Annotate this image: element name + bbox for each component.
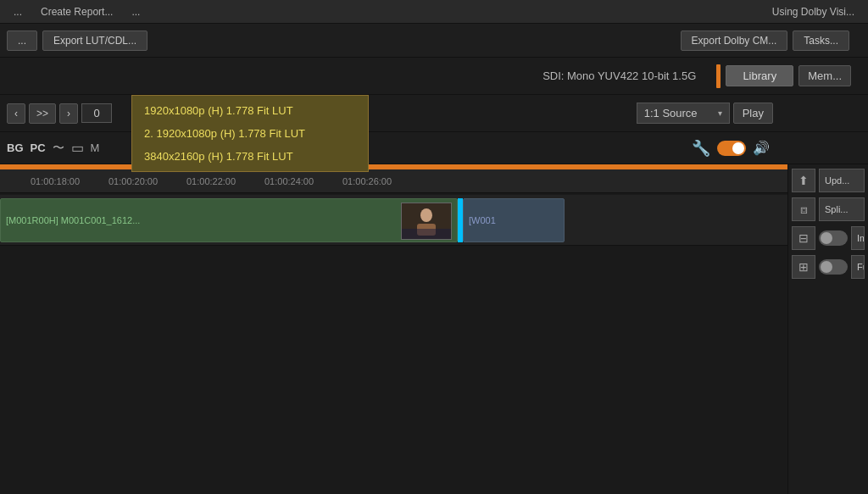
svg-point-2 bbox=[420, 208, 432, 222]
time-marker-2: 01:00:20:00 bbox=[108, 176, 158, 186]
track-clip-2-label: [W001 bbox=[469, 215, 496, 225]
source-select-label: 1:1 Source bbox=[644, 107, 698, 119]
rpanel-row-4: ⊞ Full... bbox=[792, 254, 865, 280]
upload-icon[interactable]: ⬆ bbox=[792, 169, 815, 192]
split-button[interactable]: Spli... bbox=[819, 197, 865, 221]
frame-number: 0 bbox=[81, 103, 112, 123]
tasks-button[interactable]: Tasks... bbox=[793, 31, 849, 51]
export-lut-button[interactable]: Export LUT/CDL... bbox=[42, 31, 147, 51]
bg-label: BG bbox=[7, 142, 24, 154]
sdi-toolbar: SDI: Mono YUV422 10-bit 1.5G Library Mem… bbox=[0, 58, 868, 95]
export-dolby-button[interactable]: Export Dolby CM... bbox=[681, 31, 788, 51]
time-marker-4: 01:00:24:00 bbox=[264, 176, 314, 186]
ellipsis-button[interactable]: ... bbox=[7, 31, 37, 51]
orange-bar bbox=[716, 64, 721, 88]
menu-item-ellipsis[interactable]: ... bbox=[7, 4, 29, 19]
timeline-tracks: [M001R00H] M001C001_1612... bbox=[0, 193, 868, 247]
pc-label: PC bbox=[31, 142, 46, 154]
waveform-icon[interactable]: 〜 bbox=[53, 141, 64, 156]
full-button[interactable]: Full... bbox=[851, 255, 865, 279]
time-marker-3: 01:00:22:00 bbox=[186, 176, 236, 186]
menu-item-ellipsis2[interactable]: ... bbox=[125, 4, 147, 19]
speaker-icon[interactable]: 🔊 bbox=[753, 140, 770, 156]
timeline-header: 01:00:18:00 01:00:20:00 01:00:22:00 01:0… bbox=[0, 169, 868, 193]
resolution-dropdown: 1920x1080p (H) 1.778 Fit LUT 2. 1920x108… bbox=[131, 95, 369, 172]
library-button[interactable]: Library bbox=[726, 65, 793, 86]
image-toggle[interactable] bbox=[819, 230, 848, 246]
rpanel-row-2: ⧈ Spli... bbox=[792, 197, 865, 222]
track-clip-2[interactable]: [W001 bbox=[463, 198, 565, 242]
update-button[interactable]: Upd... bbox=[819, 169, 865, 192]
menu-item-create-report[interactable]: Create Report... bbox=[34, 4, 120, 19]
wrench-icon[interactable]: 🔧 bbox=[692, 139, 710, 158]
chevron-down-icon: ▾ bbox=[718, 108, 722, 118]
top-menubar: ... Create Report... ... Using Dolby Vis… bbox=[0, 0, 868, 24]
toggle-on[interactable] bbox=[717, 141, 746, 156]
time-marker-5: 01:00:26:00 bbox=[342, 176, 392, 186]
track-clip-thumb bbox=[401, 203, 452, 240]
track-row-1: [M001R00H] M001C001_1612... bbox=[0, 195, 868, 246]
rpanel-row-1: ⬆ Upd... bbox=[792, 168, 865, 193]
menu-item-using-dolby[interactable]: Using Dolby Visi... bbox=[765, 4, 861, 19]
mem-button[interactable]: Mem... bbox=[798, 65, 851, 86]
dropdown-item-3[interactable]: 3840x2160p (H) 1.778 Fit LUT bbox=[132, 145, 368, 168]
image-icon[interactable]: ⊟ bbox=[792, 226, 815, 250]
source-select[interactable]: 1:1 Source ▾ bbox=[637, 103, 730, 124]
timeline-container: 01:00:18:00 01:00:20:00 01:00:22:00 01:0… bbox=[0, 164, 868, 494]
svg-rect-4 bbox=[402, 229, 451, 239]
thumbnail-svg bbox=[402, 203, 451, 239]
right-panel: ⬆ Upd... ⧈ Spli... ⊟ Ima... ⊞ Full... bbox=[787, 164, 868, 494]
sdi-label: SDI: Mono YUV422 10-bit 1.5G bbox=[542, 69, 696, 82]
main-content: ... Create Report... ... Using Dolby Vis… bbox=[0, 0, 868, 494]
dropdown-item-1[interactable]: 1920x1080p (H) 1.778 Fit LUT bbox=[132, 99, 368, 122]
time-marker-1: 01:00:18:00 bbox=[31, 176, 80, 186]
bgpc-row: BG PC 〜 ▭ M 🔧 🔊 bbox=[0, 132, 868, 164]
chevron-left-button[interactable]: ‹ bbox=[7, 103, 25, 124]
source-area: 1:1 Source ▾ Play bbox=[637, 103, 773, 124]
split-icon[interactable]: ⧈ bbox=[792, 197, 815, 221]
double-right-button[interactable]: >> bbox=[29, 103, 56, 124]
rect-icon[interactable]: ▭ bbox=[71, 140, 84, 156]
track-clip-1-label: [M001R00H] M001C001_1612... bbox=[6, 215, 140, 225]
play-button[interactable]: Play bbox=[733, 103, 773, 124]
m-label: M bbox=[91, 142, 100, 154]
track-clip-1[interactable]: [M001R00H] M001C001_1612... bbox=[0, 198, 458, 242]
full-toggle[interactable] bbox=[819, 259, 848, 275]
rpanel-row-3: ⊟ Ima... bbox=[792, 225, 865, 251]
fullscreen-icon[interactable]: ⊞ bbox=[792, 255, 815, 279]
controls-row: ‹ >> › 0 1920x1080p (H) 1.778 Fit LUT 2.… bbox=[0, 95, 868, 132]
dropdown-item-2[interactable]: 2. 1920x1080p (H) 1.778 Fit LUT bbox=[132, 122, 368, 145]
chevron-right-button[interactable]: › bbox=[59, 103, 78, 124]
image-button[interactable]: Ima... bbox=[851, 226, 865, 250]
export-toolbar: ... Export LUT/CDL... Export Dolby CM...… bbox=[0, 24, 868, 58]
